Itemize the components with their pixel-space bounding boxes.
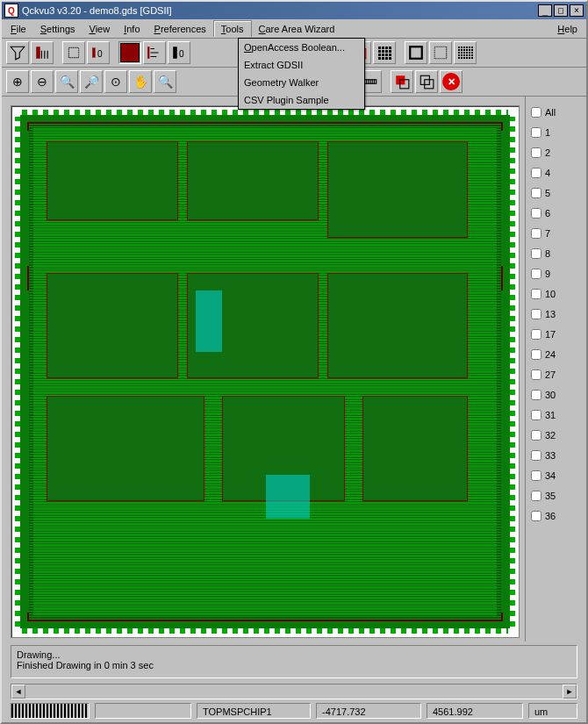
layer-checkbox-7[interactable] (531, 228, 541, 239)
layer-checkbox-9[interactable] (531, 269, 541, 279)
zoom-selection-icon[interactable]: 🔍 (154, 70, 176, 93)
zoom-area-icon[interactable]: 🔍 (55, 70, 78, 93)
tools-csv-plugin-sample[interactable]: CSV Plugin Sample (239, 91, 364, 109)
layer-all[interactable]: All (529, 102, 583, 122)
layer-checkbox-33[interactable] (531, 450, 541, 461)
scroll-right-icon[interactable]: ► (563, 685, 577, 699)
layer-checkbox-34[interactable] (531, 470, 541, 481)
menu-preferences[interactable]: Preferences (147, 21, 213, 37)
layer-row-9[interactable]: 9 (529, 263, 583, 283)
layer-row-33[interactable]: 33 (529, 445, 583, 465)
layer-row-30[interactable]: 30 (529, 384, 583, 405)
layer-row-32[interactable]: 32 (529, 425, 583, 445)
layer-checkbox-30[interactable] (531, 390, 541, 400)
layer-row-24[interactable]: 24 (529, 344, 583, 364)
menu-view[interactable]: View (82, 21, 118, 37)
layer-all-checkbox[interactable] (531, 107, 541, 118)
layer-row-5[interactable]: 5 (529, 183, 583, 203)
layer-label: 7 (545, 228, 550, 239)
layer-checkbox-5[interactable] (531, 188, 541, 198)
layer-checkbox-13[interactable] (531, 309, 541, 319)
layer-label: 1 (545, 127, 550, 138)
layer-panel: All 12456789101317242730313233343536 (525, 97, 586, 642)
layer-checkbox-6[interactable] (531, 208, 541, 219)
svg-rect-2 (44, 51, 45, 59)
rect-dense-icon[interactable] (454, 41, 477, 64)
align-left-icon[interactable] (143, 41, 166, 64)
layer-checkbox-27[interactable] (531, 369, 541, 380)
filter-icon[interactable] (6, 41, 29, 64)
menu-info[interactable]: Info (117, 21, 147, 37)
menu-settings[interactable]: Settings (33, 21, 82, 37)
app-icon: Q (4, 4, 18, 18)
grid-dots-icon[interactable] (373, 41, 396, 64)
layer-row-10[interactable]: 10 (529, 283, 583, 304)
layers-side-icon[interactable] (31, 41, 54, 64)
layer-checkbox-32[interactable] (531, 430, 541, 441)
pan-icon[interactable]: ✋ (129, 70, 152, 93)
layer-row-17[interactable]: 17 (529, 324, 583, 344)
layer-checkbox-24[interactable] (531, 349, 541, 360)
menu-tools[interactable]: Tools (213, 20, 252, 37)
layer-label: 33 (545, 450, 556, 461)
layer-row-1[interactable]: 1 (529, 122, 583, 142)
tools-extract-gdsii[interactable]: Extract GDSII (239, 56, 364, 74)
layer-label: 13 (545, 309, 556, 319)
menu-file[interactable]: File (4, 21, 33, 37)
layer-checkbox-10[interactable] (531, 289, 541, 299)
horizontal-scrollbar[interactable]: ◄ ► (11, 684, 577, 699)
layer-row-8[interactable]: 8 (529, 243, 583, 263)
svg-text:0: 0 (97, 49, 103, 59)
status-panel: Drawing... Finished Drawing in 0 min 3 s… (11, 645, 577, 678)
layer-row-31[interactable]: 31 (529, 405, 583, 425)
layer-checkbox-2[interactable] (531, 147, 541, 158)
layer-checkbox-8[interactable] (531, 248, 541, 259)
close-button[interactable]: × (570, 4, 584, 17)
layer-checkbox-1[interactable] (531, 127, 541, 138)
layer-row-6[interactable]: 6 (529, 203, 583, 223)
layer-checkbox-35[interactable] (531, 491, 541, 501)
viewport[interactable] (2, 97, 525, 642)
layer-row-36[interactable]: 36 (529, 505, 583, 526)
footer-progress (11, 703, 90, 719)
layer-label: 5 (545, 188, 550, 198)
depth-zero-icon[interactable]: 0 (168, 41, 190, 64)
overlap-red-icon[interactable] (391, 70, 413, 93)
layer-row-27[interactable]: 27 (529, 364, 583, 384)
svg-rect-5 (92, 47, 95, 57)
layer-row-13[interactable]: 13 (529, 304, 583, 324)
rect-outline-icon[interactable] (405, 41, 427, 64)
layer-checkbox-31[interactable] (531, 410, 541, 420)
zoom-out-icon[interactable]: ⊖ (31, 70, 54, 93)
layer-label: 8 (545, 248, 550, 259)
layer-checkbox-36[interactable] (531, 511, 541, 521)
zoom-full-icon[interactable]: ⊙ (104, 70, 127, 93)
layer-checkbox-4[interactable] (531, 168, 541, 178)
chip-canvas[interactable] (11, 105, 520, 638)
tools-geometry-walker[interactable]: Geometry Walker (239, 74, 364, 91)
rect-dashed-icon[interactable] (429, 41, 452, 64)
layer-row-35[interactable]: 35 (529, 485, 583, 505)
fill-swatch[interactable] (118, 41, 141, 64)
outline-icon[interactable] (62, 41, 85, 64)
layer-label: 10 (545, 289, 556, 299)
layer-checkbox-17[interactable] (531, 329, 541, 340)
layer-row-2[interactable]: 2 (529, 142, 583, 162)
layer-zero-icon[interactable]: 0 (87, 41, 110, 64)
zoom-in-icon[interactable]: 🔎 (80, 70, 103, 93)
stop-icon[interactable]: ✕ (440, 70, 463, 93)
tools-openaccess-boolean[interactable]: OOpenAccess Boolean...penAccess Boolean.… (239, 39, 364, 56)
svg-rect-14 (434, 47, 447, 59)
scroll-left-icon[interactable]: ◄ (11, 685, 25, 699)
menu-care-area-wizard[interactable]: Care Area Wizard (252, 21, 342, 37)
zoom-fit-icon[interactable]: ⊕ (6, 70, 29, 93)
layer-row-4[interactable]: 4 (529, 162, 583, 183)
layer-row-34[interactable]: 34 (529, 465, 583, 485)
footer-cell-name: TOPMSPCHIP1 (197, 703, 311, 719)
menu-help[interactable]: Help (549, 21, 586, 37)
layer-row-7[interactable]: 7 (529, 223, 583, 243)
overlap-outline-icon[interactable] (415, 70, 438, 93)
svg-rect-1 (41, 51, 42, 59)
maximize-button[interactable]: □ (554, 4, 568, 17)
minimize-button[interactable]: _ (538, 4, 552, 17)
